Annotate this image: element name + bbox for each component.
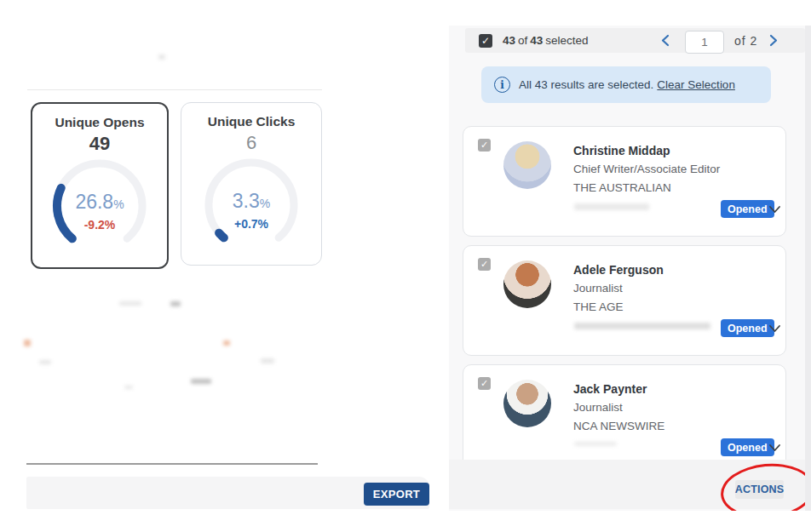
section-divider [27, 89, 322, 90]
contact-name: Adele Ferguson [573, 263, 664, 277]
redacted-smudge [170, 301, 181, 306]
contact-name: Christine Middap [573, 144, 670, 157]
redacted-smudge [39, 360, 51, 364]
gauge-percent: 3.3% [200, 190, 302, 213]
gauge-delta: +0.7% [200, 217, 302, 231]
expand-chevron-down-icon[interactable] [768, 323, 781, 335]
selection-count-label: 43of43selected [503, 34, 591, 47]
redacted-smudge [223, 340, 230, 346]
contact-checkbox[interactable]: ✓ [478, 377, 491, 390]
contact-role: Journalist [573, 282, 623, 295]
contact-card[interactable]: ✓ Adele Ferguson Journalist THE AGE Open… [463, 245, 786, 356]
page-number-input[interactable] [685, 31, 724, 54]
redacted-email [574, 323, 710, 329]
contact-company: THE AUSTRALIAN [573, 181, 671, 194]
contact-company: NCA NEWSWIRE [573, 420, 664, 432]
contact-company: THE AGE [573, 300, 624, 313]
pagination: of 2 [654, 28, 785, 53]
redacted-smudge [124, 386, 133, 389]
prev-page-chevron-icon[interactable] [654, 30, 676, 52]
metric-title: Unique Clicks [208, 114, 296, 129]
metric-value: 49 [89, 133, 110, 155]
avatar [503, 141, 551, 189]
selection-bar: ✓ 43of43selected of 2 [465, 28, 805, 53]
status-badge: Opened [721, 438, 774, 456]
avatar [503, 260, 551, 308]
contact-role: Journalist [573, 401, 623, 414]
avatar [503, 380, 551, 427]
gauge-delta: -9.2% [49, 218, 151, 232]
scrollbar[interactable] [805, 26, 811, 511]
contact-checkbox[interactable]: ✓ [478, 258, 491, 271]
app-root: { "metrics": { "cards": [ { "title": "Un… [0, 0, 811, 532]
page-total-label: of 2 [734, 34, 757, 48]
redacted-smudge [158, 54, 165, 60]
expand-chevron-down-icon[interactable] [768, 442, 781, 455]
actions-button[interactable]: ACTIONS [735, 480, 784, 499]
status-badge: Opened [721, 200, 774, 218]
status-badge: Opened [721, 319, 774, 337]
contact-card[interactable]: ✓ Christine Middap Chief Writer/Associat… [463, 126, 786, 237]
gauge-percent: 26.8% [49, 191, 151, 214]
next-page-chevron-icon[interactable] [762, 30, 785, 52]
clicks-gauge: 3.3% +0.7% [200, 156, 302, 258]
select-all-checkbox[interactable]: ✓ [479, 34, 492, 48]
contacts-panel: ✓ 43of43selected of 2 i All 43 results a… [449, 26, 805, 511]
contact-checkbox[interactable]: ✓ [478, 139, 491, 152]
redacted-smudge [24, 340, 31, 346]
metric-value: 6 [246, 132, 256, 154]
banner-text: All 43 results are selected. [519, 78, 653, 91]
contact-card[interactable]: ✓ Jack Paynter Journalist NCA NEWSWIRE O… [463, 364, 786, 475]
redacted-smudge [119, 301, 141, 306]
info-icon: i [494, 77, 510, 93]
selection-info-banner: i All 43 results are selected. Clear Sel… [481, 66, 771, 103]
redacted-smudge [191, 379, 211, 384]
contact-role: Chief Writer/Associate Editor [573, 163, 720, 175]
contact-name: Jack Paynter [573, 382, 647, 396]
metric-card-unique-opens[interactable]: Unique Opens 49 26.8% -9.2% [31, 102, 169, 269]
content-bottom-divider [26, 463, 318, 465]
metric-title: Unique Opens [55, 115, 144, 130]
opens-gauge: 26.8% -9.2% [49, 157, 151, 259]
export-button[interactable]: EXPORT [364, 483, 429, 506]
redacted-email [574, 442, 617, 446]
clear-selection-link[interactable]: Clear Selection [657, 78, 735, 91]
redacted-email [574, 203, 649, 210]
redacted-smudge [261, 358, 274, 363]
metric-card-unique-clicks[interactable]: Unique Clicks 6 3.3% +0.7% [181, 102, 322, 266]
expand-chevron-down-icon[interactable] [768, 203, 781, 216]
